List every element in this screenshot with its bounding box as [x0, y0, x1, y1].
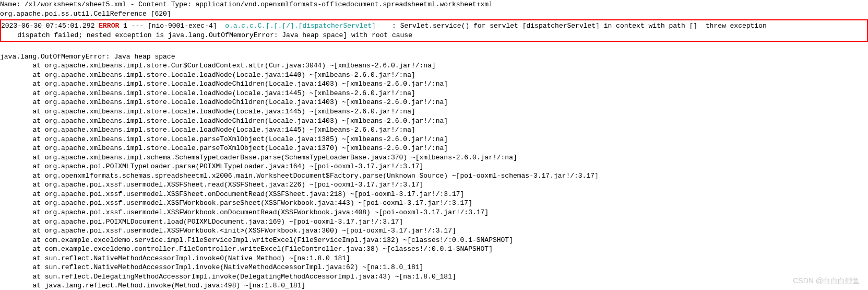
stack-frame: at org.apache.poi.xssf.usermodel.XSSFShe… — [0, 180, 868, 190]
logger-name: o.a.c.c.C.[.[.[/].[dispatcherServlet] — [225, 22, 376, 30]
log-line-top-2: org.apache.poi.ss.util.CellReference [62… — [0, 9, 868, 19]
stack-frame: at org.apache.xmlbeans.impl.schema.Schem… — [0, 153, 868, 163]
stack-frame: at org.apache.poi.xssf.usermodel.XSSFShe… — [0, 190, 868, 199]
stack-frame: at org.apache.xmlbeans.impl.store.Locale… — [0, 89, 868, 98]
stack-frame: at org.apache.xmlbeans.impl.store.Cur$Cu… — [0, 61, 868, 71]
stack-frame: at org.apache.xmlbeans.impl.store.Locale… — [0, 98, 868, 107]
error-continuation: dispatch failed; nested exception is jav… — [1, 31, 867, 40]
error-log-line: 2023-06-30 07:45:01.292 ERROR 1 --- [nio… — [1, 21, 867, 31]
error-highlight-box: 2023-06-30 07:45:01.292 ERROR 1 --- [nio… — [0, 19, 868, 42]
stack-frame: at org.apache.xmlbeans.impl.store.Locale… — [0, 144, 868, 153]
stack-frame: at org.apache.poi.xssf.usermodel.XSSFWor… — [0, 208, 868, 217]
stack-frame: at com.example.exceldemo.service.impl.Fi… — [0, 236, 868, 245]
log-line-top-1: Name: /xl/worksheets/sheet5.xml - Conten… — [0, 0, 868, 9]
stack-frame: at java.lang.reflect.Method.invoke(Metho… — [0, 281, 868, 290]
stack-frame: at org.apache.poi.POIXMLDocument.load(PO… — [0, 217, 868, 227]
stack-frame: at sun.reflect.NativeMethodAccessorImpl.… — [0, 254, 868, 263]
stack-frame: at org.apache.xmlbeans.impl.store.Locale… — [0, 71, 868, 80]
blank-line — [0, 43, 868, 52]
log-level-error: ERROR — [99, 22, 119, 30]
stack-frame: at org.apache.poi.xssf.usermodel.XSSFWor… — [0, 226, 868, 236]
stack-trace-container: at org.apache.xmlbeans.impl.store.Cur$Cu… — [0, 61, 868, 290]
stack-frame: at org.apache.xmlbeans.impl.store.Locale… — [0, 125, 868, 135]
stack-frame: at org.apache.xmlbeans.impl.store.Locale… — [0, 117, 868, 126]
thread-name: [nio-9001-exec-4] — [148, 22, 217, 30]
log-timestamp: 2023-06-30 07:45:01.292 — [1, 22, 94, 30]
stack-frame: at org.apache.poi.POIXMLTypeLoader.parse… — [0, 162, 868, 171]
stack-frame: at org.openxmlformats.schemas.spreadshee… — [0, 171, 868, 181]
stack-frame: at sun.reflect.NativeMethodAccessorImpl.… — [0, 263, 868, 272]
stack-frame: at org.apache.xmlbeans.impl.store.Locale… — [0, 107, 868, 117]
stack-frame: at sun.reflect.DelegatingMethodAccessorI… — [0, 272, 868, 282]
thread-num: 1 — [123, 22, 127, 30]
log-message: : Servlet.service() for servlet [dispatc… — [392, 22, 767, 30]
separator: --- — [132, 22, 144, 30]
watermark: CSDN @白白白鲤鱼 — [793, 276, 860, 286]
exception-header: java.lang.OutOfMemoryError: Java heap sp… — [0, 52, 868, 62]
stack-frame: at org.apache.xmlbeans.impl.store.Locale… — [0, 135, 868, 144]
stack-frame: at com.example.exceldemo.controller.File… — [0, 245, 868, 254]
stack-frame: at org.apache.xmlbeans.impl.store.Locale… — [0, 79, 868, 89]
stack-frame: at org.apache.poi.xssf.usermodel.XSSFWor… — [0, 199, 868, 208]
